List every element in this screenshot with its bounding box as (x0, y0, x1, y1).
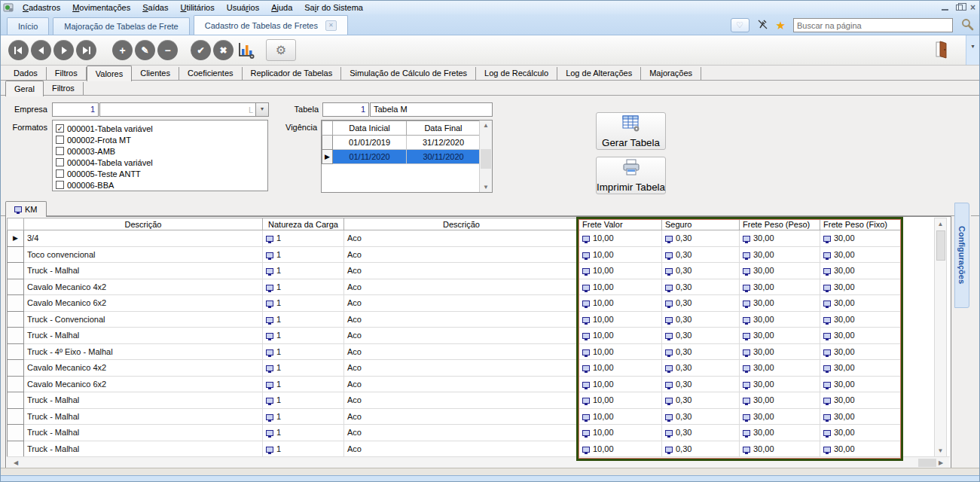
cell-descricao2[interactable]: Aco (344, 279, 579, 295)
grid-row[interactable]: Truck - Convencional1Aco10,000,3030,0030… (8, 311, 902, 328)
cell-frete-peso-peso[interactable]: 30,00 (740, 263, 820, 279)
grid-row[interactable]: Toco convencional1Aco10,000,3030,0030,00 (8, 246, 902, 263)
cell-frete-peso-fixo[interactable]: 30,00 (820, 343, 902, 360)
cell-frete-peso-peso[interactable]: 30,00 (740, 230, 820, 247)
cell-descricao[interactable]: Toco convencional (24, 246, 263, 263)
pin-disabled-icon[interactable] (757, 19, 768, 32)
format-option[interactable]: 000003-AMB (54, 145, 266, 157)
row-selector[interactable] (8, 392, 24, 409)
cell-frete-peso-peso[interactable]: 30,00 (740, 425, 820, 441)
cell-descricao2[interactable]: Aco (344, 328, 579, 344)
minimize-icon[interactable] (942, 5, 948, 11)
cell-frete-valor[interactable]: 10,00 (579, 392, 662, 409)
cell-frete-valor[interactable]: 10,00 (579, 246, 662, 263)
cell-natureza[interactable]: 1 (263, 343, 344, 360)
row-selector[interactable] (8, 295, 24, 312)
search-input[interactable] (797, 21, 949, 30)
cell-descricao[interactable]: Truck - Malhal (24, 392, 263, 409)
imprimir-tabela-button[interactable]: Imprimir Tabela (596, 157, 666, 194)
cell-frete-valor[interactable]: 10,00 (579, 360, 662, 377)
restore-icon[interactable] (956, 5, 963, 11)
scrollbar-thumb[interactable] (481, 149, 491, 169)
grid-horizontal-scrollbar[interactable]: ◀ ▶ (7, 456, 950, 468)
cell-seguro[interactable]: 0,30 (662, 376, 740, 392)
cell-frete-valor[interactable]: 10,00 (579, 230, 662, 247)
cell-descricao[interactable]: Truck - Malhal (24, 425, 263, 441)
vigencia-row[interactable]: 01/01/201931/12/2020 (322, 136, 481, 150)
star-icon[interactable]: ★ (776, 20, 786, 31)
cell-natureza[interactable]: 1 (263, 246, 344, 263)
cell-frete-peso-peso[interactable]: 30,00 (740, 343, 820, 360)
browser-tab[interactable]: Início (7, 17, 49, 35)
grid-row[interactable]: Cavalo Mecanico 6x21Aco10,000,3030,0030,… (8, 295, 902, 312)
tab-close-icon[interactable]: ✕ (325, 20, 337, 31)
row-selector[interactable] (8, 425, 24, 441)
cell-seguro[interactable]: 0,30 (662, 360, 740, 377)
cell-frete-peso-fixo[interactable]: 30,00 (820, 425, 902, 441)
cell-seguro[interactable]: 0,30 (662, 263, 740, 279)
cell-descricao2[interactable]: Aco (344, 392, 579, 409)
cell-seguro[interactable]: 0,30 (662, 408, 740, 425)
cell-descricao2[interactable]: Aco (344, 263, 579, 279)
scroll-up-icon[interactable]: ▲ (935, 221, 946, 227)
cell-frete-peso-fixo[interactable]: 30,00 (820, 230, 902, 247)
grid-column-header[interactable]: Frete Valor (579, 218, 662, 230)
row-selector[interactable] (8, 441, 24, 457)
tab-valores[interactable]: Valores (87, 66, 132, 81)
favorite-heart-button[interactable]: ♡ (731, 18, 750, 32)
cell-seguro[interactable]: 0,30 (662, 279, 740, 295)
cell-descricao2[interactable]: Aco (344, 295, 579, 312)
cell-frete-valor[interactable]: 10,00 (579, 343, 662, 360)
tab-simula-o-de-c-lculo-de-fretes[interactable]: Simulação de Cálculo de Fretes (341, 67, 476, 80)
cell-frete-peso-fixo[interactable]: 30,00 (820, 279, 902, 295)
tabela-code-field[interactable]: 1 (322, 102, 369, 117)
cell-descricao[interactable]: Cavalo Mecanico 4x2 (24, 360, 263, 377)
cell-frete-valor[interactable]: 10,00 (579, 263, 662, 279)
toolbar-overflow-strip[interactable]: ▾ (966, 35, 979, 65)
next-record-button[interactable] (53, 40, 74, 60)
empresa-dropdown-icon[interactable]: ▾ (255, 103, 268, 116)
grid-row[interactable]: Truck - Malhal1Aco10,000,3030,0030,00 (8, 328, 902, 344)
grid-column-header[interactable]: Descrição (344, 218, 579, 230)
grid-column-header[interactable]: Seguro (662, 218, 740, 230)
grid-row[interactable]: Cavalo Mecanico 4x21Aco10,000,3030,0030,… (8, 360, 902, 377)
menu-item[interactable]: Sair do Sistema (298, 2, 369, 14)
grid-row[interactable]: Truck - Malhal1Aco10,000,3030,0030,00 (8, 263, 902, 279)
cell-descricao2[interactable]: Aco (344, 441, 579, 457)
cell-frete-valor[interactable]: 10,00 (579, 376, 662, 392)
checkbox-checked-icon[interactable]: ✓ (56, 124, 64, 133)
format-option[interactable]: 000006-BBA (54, 179, 266, 191)
checkbox-icon[interactable] (56, 181, 64, 189)
subtab-filtros[interactable]: Filtros (44, 82, 84, 95)
tab-configuracoes[interactable]: Configurações (954, 203, 969, 308)
tab-replicador-de-tabelas[interactable]: Replicador de Tabelas (243, 67, 342, 80)
cell-descricao2[interactable]: Aco (344, 311, 579, 328)
cell-frete-peso-fixo[interactable]: 30,00 (820, 376, 902, 392)
cell-descricao[interactable]: Truck - Malhal (24, 441, 263, 457)
row-selector[interactable] (8, 279, 24, 295)
grid-column-header[interactable]: Natureza da Carga (263, 218, 344, 230)
scrollbar-thumb[interactable] (936, 230, 945, 261)
confirm-button[interactable]: ✔ (191, 40, 211, 60)
menu-item[interactable]: Cadastros (17, 2, 66, 14)
tab-log-de-altera-es[interactable]: Log de Alterações (557, 67, 641, 80)
cell-natureza[interactable]: 1 (263, 360, 344, 377)
vigencia-cell[interactable]: 01/01/2019 (333, 136, 407, 150)
delete-record-button[interactable]: − (157, 40, 178, 60)
cell-frete-peso-peso[interactable]: 30,00 (740, 328, 820, 344)
cell-frete-peso-peso[interactable]: 30,00 (740, 360, 820, 377)
cell-frete-peso-fixo[interactable]: 30,00 (820, 295, 902, 312)
cell-frete-peso-peso[interactable]: 30,00 (740, 279, 820, 295)
cell-frete-peso-fixo[interactable]: 30,00 (820, 328, 902, 344)
row-marker-icon[interactable]: ▶ (8, 230, 24, 247)
cell-seguro[interactable]: 0,30 (662, 295, 740, 312)
cell-descricao2[interactable]: Aco (344, 425, 579, 441)
cell-natureza[interactable]: 1 (263, 408, 344, 425)
gerar-tabela-button[interactable]: Gerar Tabela (596, 112, 666, 150)
cell-natureza[interactable]: 1 (263, 311, 344, 328)
row-selector[interactable] (8, 408, 24, 425)
tab-dados[interactable]: Dados (5, 67, 47, 80)
cell-frete-valor[interactable]: 10,00 (579, 328, 662, 344)
browser-tab[interactable]: Cadastro de Tabelas de Fretes✕ (194, 15, 348, 35)
cell-natureza[interactable]: 1 (263, 392, 344, 409)
